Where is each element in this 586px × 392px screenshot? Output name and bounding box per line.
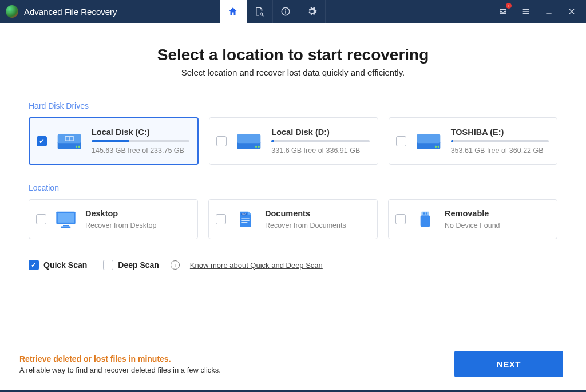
window-controls: 1: [496, 4, 579, 19]
section-label-drives: Hard Disk Drives: [29, 101, 557, 110]
hdd-icon: [54, 130, 85, 153]
svg-rect-30: [421, 215, 430, 227]
drive-name: Local Disk (D:): [271, 128, 369, 137]
drive-detail: 331.6 GB free of 336.91 GB: [271, 146, 369, 155]
deep-scan-option[interactable]: Deep Scan: [103, 260, 159, 270]
location-name: Documents: [265, 209, 369, 218]
drive-detail: 145.63 GB free of 233.75 GB: [92, 146, 189, 155]
location-card-removable[interactable]: Removable No Device Found: [388, 199, 557, 239]
drive-checkbox-e[interactable]: [396, 136, 406, 146]
svg-point-16: [435, 145, 437, 147]
location-name: Desktop: [85, 209, 189, 218]
usage-bar: [451, 140, 549, 142]
svg-rect-6: [66, 137, 69, 140]
bottom-accent: [0, 390, 586, 392]
usb-icon: [413, 209, 438, 229]
hdd-icon: [233, 130, 264, 153]
desktop-icon: [53, 209, 78, 229]
location-detail: Recover from Desktop: [85, 221, 189, 229]
footer-headline: Retrieve deleted or lost files in minute…: [19, 354, 221, 363]
section-label-location: Location: [29, 183, 557, 192]
quick-scan-checkbox[interactable]: [29, 260, 39, 270]
svg-point-9: [78, 145, 80, 147]
hamburger-icon: [521, 7, 530, 16]
svg-rect-11: [237, 134, 261, 143]
usage-bar: [92, 140, 189, 142]
location-card-documents[interactable]: DOC Documents Recover from Documents: [208, 199, 378, 239]
svg-rect-28: [423, 212, 425, 214]
nav-settings[interactable]: [299, 0, 326, 23]
footer: Retrieve deleted or lost files in minute…: [0, 351, 586, 390]
svg-rect-2: [285, 9, 286, 10]
location-name: Removable: [445, 209, 549, 218]
quick-scan-option[interactable]: Quick Scan: [29, 260, 87, 270]
next-button[interactable]: NEXT: [454, 351, 563, 377]
footer-sub: A reliable way to find and recover delet…: [19, 366, 221, 374]
svg-rect-27: [421, 212, 429, 216]
scan-options: Quick Scan Deep Scan i Know more about Q…: [29, 260, 557, 270]
drive-card-d[interactable]: Local Disk (D:) 331.6 GB free of 336.91 …: [209, 117, 378, 165]
drive-detail: 353.61 GB free of 360.22 GB: [451, 146, 549, 155]
notifications-button[interactable]: 1: [496, 4, 510, 19]
nav-search[interactable]: [247, 0, 273, 23]
drive-name: Local Disk (C:): [92, 128, 189, 137]
minimize-icon: [544, 7, 553, 16]
app-logo-icon: [6, 5, 18, 18]
svg-rect-1: [285, 11, 286, 14]
location-detail: No Device Found: [445, 221, 549, 229]
svg-rect-26: [241, 222, 247, 223]
file-search-icon: [254, 6, 264, 17]
deep-scan-label: Deep Scan: [118, 260, 159, 270]
info-circle-icon: i: [171, 260, 180, 270]
inbox-icon: [498, 7, 508, 16]
svg-rect-19: [58, 213, 74, 223]
main-content: Select a location to start recovering Se…: [0, 23, 586, 351]
svg-point-13: [258, 145, 260, 147]
svg-rect-21: [61, 227, 71, 228]
minimize-button[interactable]: [541, 4, 556, 19]
drive-card-c[interactable]: Local Disk (C:) 145.63 GB free of 233.75…: [29, 117, 199, 165]
svg-rect-25: [241, 220, 249, 221]
quick-scan-label: Quick Scan: [43, 260, 87, 270]
location-detail: Recover from Documents: [265, 221, 369, 229]
app-title: Advanced File Recovery: [24, 7, 117, 17]
location-checkbox-desktop[interactable]: [36, 214, 46, 224]
menu-button[interactable]: [518, 4, 533, 19]
location-checkbox-documents[interactable]: [216, 214, 226, 224]
nav-info[interactable]: [273, 0, 299, 23]
close-button[interactable]: [564, 4, 579, 19]
home-icon: [228, 6, 238, 17]
drive-card-e[interactable]: TOSHIBA (E:) 353.61 GB free of 360.22 GB: [389, 117, 557, 165]
deep-scan-checkbox[interactable]: [103, 260, 113, 270]
drive-checkbox-d[interactable]: [216, 136, 227, 146]
svg-rect-7: [70, 137, 73, 140]
notification-badge: 1: [506, 3, 512, 9]
gear-icon: [307, 6, 317, 17]
location-row: Desktop Recover from Desktop DOC Documen…: [29, 199, 557, 239]
location-checkbox-removable[interactable]: [395, 214, 406, 224]
svg-rect-20: [63, 225, 69, 227]
close-icon: [567, 7, 576, 16]
nav-tabs: [220, 0, 326, 23]
footer-text: Retrieve deleted or lost files in minute…: [19, 354, 221, 374]
page-subtitle: Select location and recover lost data qu…: [29, 68, 557, 77]
usage-bar: [271, 140, 369, 142]
drive-checkbox-c[interactable]: [37, 136, 47, 146]
svg-point-17: [437, 145, 439, 147]
title-bar: Advanced File Recovery 1: [0, 0, 586, 23]
hdd-icon: [413, 130, 444, 153]
svg-point-12: [255, 145, 257, 147]
learn-more-link[interactable]: Know more about Quick and Deep Scan: [190, 261, 323, 270]
svg-point-8: [76, 145, 77, 147]
svg-rect-15: [417, 134, 440, 143]
location-card-desktop[interactable]: Desktop Recover from Desktop: [29, 199, 198, 239]
nav-home[interactable]: [220, 0, 247, 23]
svg-text:DOC: DOC: [242, 213, 246, 216]
drive-name: TOSHIBA (E:): [451, 128, 549, 137]
svg-rect-29: [426, 212, 427, 214]
document-icon: DOC: [233, 209, 258, 229]
svg-rect-24: [241, 218, 249, 219]
info-icon: [280, 6, 291, 17]
page-title: Select a location to start recovering: [29, 46, 557, 64]
drives-row: Local Disk (C:) 145.63 GB free of 233.75…: [29, 117, 557, 165]
